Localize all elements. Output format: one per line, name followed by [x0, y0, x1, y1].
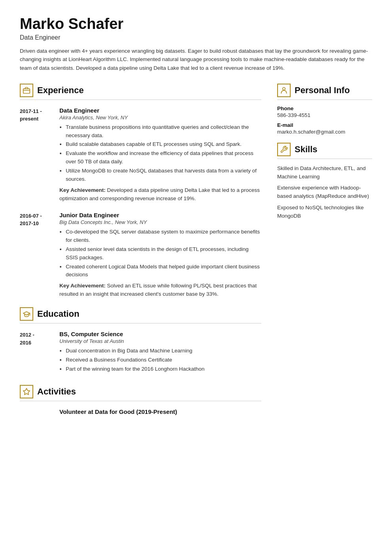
svg-rect-0 — [23, 88, 30, 93]
personal-info-title: Personal Info — [295, 85, 350, 96]
personal-info-section-header: Personal Info — [277, 84, 372, 97]
education-icon — [20, 307, 33, 321]
education-entry-1-bullets: Dual concentration in Big Data and Machi… — [66, 347, 261, 373]
svg-point-4 — [283, 87, 285, 90]
experience-entry-1-bullets: Translate business propositions into qua… — [66, 123, 261, 184]
personal-info-divider — [277, 100, 372, 100]
education-entry-1: 2012 - 2016 BS, Computer Science Univers… — [20, 331, 261, 376]
personal-info-icon — [277, 84, 291, 97]
experience-entry-2-bullets: Co-developed the SQL server database sys… — [66, 228, 261, 279]
bullet-item: Co-developed the SQL server database sys… — [66, 228, 261, 245]
svg-marker-3 — [23, 388, 30, 395]
education-entry-1-date: 2012 - 2016 — [20, 331, 59, 376]
experience-entry-2-content: Junior Data Engineer Big Data Concepts I… — [59, 212, 261, 299]
skills-section-header: Skills — [277, 143, 372, 156]
experience-entry-1-achievement: Key Achievement: Developed a data pipeli… — [59, 186, 261, 203]
skill-item-3: Exposed to NoSQL technologies like Mongo… — [277, 204, 372, 220]
experience-entry-2-date: 2016-07 - 2017-10 — [20, 212, 59, 299]
experience-icon — [20, 84, 33, 97]
bullet-item: Dual concentration in Big Data and Machi… — [66, 347, 261, 355]
activities-section-header: Activities — [20, 385, 261, 398]
experience-entry-1-job-title: Data Engineer — [59, 107, 261, 114]
education-entry-1-content: BS, Computer Science University of Texas… — [59, 331, 261, 376]
bullet-item: Created coherent Logical Data Models tha… — [66, 263, 261, 279]
skills-divider — [277, 159, 372, 159]
experience-entry-1-date: 2017-11 - present — [20, 107, 59, 203]
education-section-header: Education — [20, 307, 261, 321]
activities-entry-1-title: Volunteer at Data for Good (2019-Present… — [59, 408, 261, 415]
skills-icon — [277, 143, 291, 156]
email-value: marko.h.schafer@gmail.com — [277, 129, 372, 135]
activities-entry-1-date — [20, 408, 59, 416]
education-divider — [20, 323, 261, 323]
activities-title: Activities — [37, 387, 76, 397]
experience-entry-1-content: Data Engineer Akira Analytics, New York,… — [59, 107, 261, 203]
email-label: E-mail — [277, 122, 372, 128]
skills-title: Skills — [295, 144, 317, 155]
activities-entry-1: Volunteer at Data for Good (2019-Present… — [20, 408, 261, 416]
right-column: Personal Info Phone 586-339-4551 E-mail … — [277, 84, 372, 425]
bullet-item: Translate business propositions into qua… — [66, 123, 261, 140]
experience-entry-2-company: Big Data Concepts Inc., New York, NY — [59, 219, 261, 225]
experience-entry-1-company: Akira Analytics, New York, NY — [59, 115, 261, 121]
skill-item-2: Extensive experience with Hadoop-based a… — [277, 184, 372, 201]
phone-value: 586-339-4551 — [277, 112, 372, 118]
candidate-summary: Driven data engineer with 4+ years exper… — [20, 47, 372, 73]
experience-divider — [20, 100, 261, 100]
activities-entry-1-content: Volunteer at Data for Good (2019-Present… — [59, 408, 261, 416]
bullet-item: Evaluate the workflow and increase the e… — [66, 149, 261, 166]
bullet-item: Assisted senior level data scientists in… — [66, 245, 261, 262]
bullet-item: Part of the winning team for the 2016 Lo… — [66, 365, 261, 373]
experience-section-header: Experience — [20, 84, 261, 97]
experience-entry-1: 2017-11 - present Data Engineer Akira An… — [20, 107, 261, 203]
candidate-name: Marko Schafer — [20, 16, 372, 33]
experience-entry-2-job-title: Junior Data Engineer — [59, 212, 261, 218]
skill-item-1: Skilled in Data Architecture, ETL, and M… — [277, 165, 372, 181]
phone-label: Phone — [277, 105, 372, 111]
education-title: Education — [37, 309, 79, 319]
bullet-item: Received a Business Foundations Certific… — [66, 356, 261, 364]
experience-entry-2: 2016-07 - 2017-10 Junior Data Engineer B… — [20, 212, 261, 299]
experience-title: Experience — [37, 85, 84, 96]
left-column: Experience 2017-11 - present Data Engine… — [20, 84, 261, 425]
activities-icon — [20, 385, 33, 398]
activities-divider — [20, 401, 261, 401]
education-entry-1-degree: BS, Computer Science — [59, 331, 261, 337]
education-entry-1-school: University of Texas at Austin — [59, 338, 261, 344]
bullet-item: Utilize MongoDB to create NoSQL database… — [66, 167, 261, 184]
bullet-item: Build scalable databases capable of ETL … — [66, 140, 261, 149]
experience-entry-2-achievement: Key Achievement: Solved an ETL issue whi… — [59, 282, 261, 299]
candidate-title: Data Engineer — [20, 34, 372, 41]
